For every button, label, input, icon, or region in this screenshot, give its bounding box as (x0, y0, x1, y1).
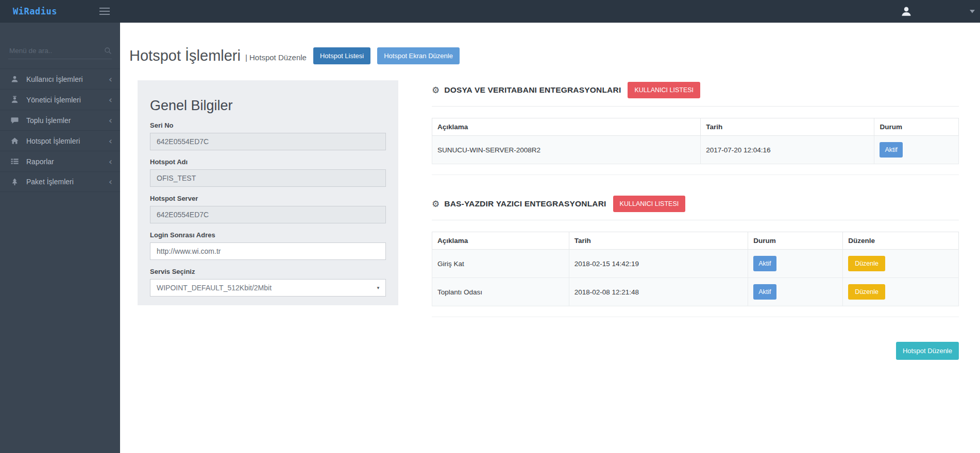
gear-icon: ⚙ (432, 85, 440, 95)
dosya-veritabani-table: Açıklama Tarih Durum SUNUCU-WIN-SERVER-2… (432, 118, 959, 164)
seri-no-label: Seri No (150, 121, 386, 129)
genel-bilgiler-panel: Genel Bilgiler Seri No Hotspot Adı Hotsp… (138, 80, 398, 305)
aktif-button[interactable]: Aktif (880, 142, 902, 158)
app-logo[interactable]: WiRadius (13, 6, 57, 16)
form-title: Genel Bilgiler (150, 98, 386, 114)
topbar-right (901, 6, 980, 17)
duzenle-button[interactable]: Düzenle (848, 256, 885, 271)
service-select[interactable]: WIPOINT_DEFAULT_512Kbit/2Mbit ▼ (150, 279, 386, 297)
cell-aciklama: Giriş Kat (432, 250, 569, 278)
brand-area: WiRadius (0, 6, 120, 16)
column-header-tarih: Tarih (569, 232, 748, 250)
hamburger-menu-icon[interactable] (99, 8, 110, 15)
chevron-down-icon[interactable] (970, 10, 975, 13)
bas-yazdir-table: Açıklama Tarih Durum Düzenle Giriş Kat 2… (432, 232, 959, 306)
section-title: DOSYA VE VERITABANI ENTEGRASYONLARI (444, 85, 621, 95)
section-title: BAS-YAZDIR YAZICI ENTEGRASYONLARI (444, 199, 606, 208)
column-header-aciklama: Açıklama (432, 232, 569, 250)
hotspot-ekran-duzenle-button[interactable]: Hotspot Ekran Düzenle (377, 47, 460, 64)
integrations-column: ⚙ DOSYA VE VERITABANI ENTEGRASYONLARI KU… (432, 82, 959, 360)
sidebar-item-label: Kullanıcı İşlemleri (26, 75, 109, 83)
list-icon (10, 158, 19, 165)
kullanici-listesi-button[interactable]: KULLANICI LISTESI (628, 82, 700, 98)
main-content: Hotspot İşlemleri | Hotspot Düzenle Hots… (120, 23, 980, 453)
cell-tarih: 2018-02-15 14:42:19 (569, 250, 748, 278)
servis-seciniz-label: Servis Seçiniz (150, 268, 386, 275)
comment-icon (10, 116, 19, 124)
sidebar-item-label: Yönetici İşlemleri (26, 96, 109, 104)
divider (432, 220, 959, 220)
login-sonrasi-adres-input[interactable] (150, 242, 386, 260)
chevron-left-icon: ‹ (109, 117, 112, 124)
service-select-value: WIPOINT_DEFAULT_512Kbit/2Mbit (157, 284, 272, 292)
chevron-left-icon: ‹ (109, 96, 112, 103)
aktif-button[interactable]: Aktif (753, 256, 776, 271)
duzenle-button[interactable]: Düzenle (848, 284, 885, 300)
column-header-aciklama: Açıklama (432, 118, 701, 136)
sidebar-item-paket-islemleri[interactable]: Paket İşlemleri ‹ (0, 171, 120, 192)
user-icon (10, 75, 19, 83)
divider (432, 175, 959, 175)
user-avatar-icon[interactable] (901, 6, 912, 17)
chevron-left-icon: ‹ (109, 76, 112, 83)
sidebar-item-hotspot-islemleri[interactable]: Hotspot İşlemleri ‹ (0, 130, 120, 151)
sidebar-item-yonetici-islemleri[interactable]: Yönetici İşlemleri ‹ (0, 89, 120, 110)
tree-icon (10, 178, 19, 186)
admin-user-icon (10, 96, 19, 103)
kullanici-listesi-button[interactable]: KULLANICI LISTESI (613, 196, 686, 212)
select-caret-icon: ▼ (376, 286, 380, 290)
cell-durum: Aktif (748, 250, 843, 278)
sidebar-item-label: Hotspot İşlemleri (26, 137, 109, 145)
login-sonrasi-adres-label: Login Sonrası Adres (150, 231, 386, 239)
hotspot-adi-input[interactable] (150, 169, 386, 187)
page-header: Hotspot İşlemleri | Hotspot Düzenle Hots… (129, 47, 980, 64)
column-header-durum: Durum (748, 232, 843, 250)
aktif-button[interactable]: Aktif (753, 284, 776, 300)
column-header-duzenle: Düzenle (843, 232, 959, 250)
column-header-durum: Durum (874, 118, 959, 136)
cell-aciklama: Toplantı Odası (432, 278, 569, 306)
sidebar-item-kullanici-islemleri[interactable]: Kullanıcı İşlemleri ‹ (0, 68, 120, 89)
cell-duzenle: Düzenle (843, 278, 959, 306)
page-title: Hotspot İşlemleri (129, 47, 241, 64)
chevron-left-icon: ‹ (109, 178, 112, 185)
hotspot-duzenle-button[interactable]: Hotspot Düzenle (896, 342, 959, 360)
chevron-left-icon: ‹ (109, 137, 112, 145)
hotspot-adi-label: Hotspot Adı (150, 158, 386, 166)
cell-durum: Aktif (748, 278, 843, 306)
seri-no-input[interactable] (150, 133, 386, 150)
table-row: Giriş Kat 2018-02-15 14:42:19 Aktif Düze… (432, 250, 959, 278)
cell-aciklama: SUNUCU-WIN-SERVER-2008R2 (432, 136, 701, 164)
divider (432, 106, 959, 107)
sidebar-search (8, 46, 112, 59)
cell-tarih: 2018-02-08 12:21:48 (569, 278, 748, 306)
divider (432, 317, 959, 317)
cell-tarih: 2017-07-20 12:04:16 (701, 136, 874, 164)
section-bas-yazdir: ⚙ BAS-YAZDIR YAZICI ENTEGRASYONLARI KULL… (432, 196, 959, 317)
cell-duzenle: Düzenle (843, 250, 959, 278)
chevron-left-icon: ‹ (109, 158, 112, 165)
home-icon (10, 137, 19, 145)
sidebar-item-label: Raporlar (26, 158, 109, 166)
topbar: WiRadius (0, 0, 980, 23)
hotspot-server-input[interactable] (150, 206, 386, 223)
search-input[interactable] (8, 46, 104, 55)
table-row: SUNUCU-WIN-SERVER-2008R2 2017-07-20 12:0… (432, 136, 959, 164)
cell-durum: Aktif (874, 136, 959, 164)
sidebar-item-toplu-islemler[interactable]: Toplu İşlemler ‹ (0, 110, 120, 130)
footer-actions: Hotspot Düzenle (432, 342, 959, 360)
sidebar-item-label: Toplu İşlemler (26, 116, 109, 125)
section-dosya-veritabani: ⚙ DOSYA VE VERITABANI ENTEGRASYONLARI KU… (432, 82, 959, 175)
sidebar: Kullanıcı İşlemleri ‹ Yönetici İşlemleri… (0, 23, 120, 453)
table-row: Toplantı Odası 2018-02-08 12:21:48 Aktif… (432, 278, 959, 306)
hotspot-server-label: Hotspot Server (150, 195, 386, 202)
sidebar-menu: Kullanıcı İşlemleri ‹ Yönetici İşlemleri… (0, 68, 120, 192)
page-subtitle: | Hotspot Düzenle (245, 53, 307, 62)
sidebar-item-label: Paket İşlemleri (26, 178, 109, 186)
hotspot-listesi-button[interactable]: Hotspot Listesi (313, 47, 370, 64)
search-icon[interactable] (104, 47, 112, 55)
gear-icon: ⚙ (432, 199, 440, 209)
column-header-tarih: Tarih (701, 118, 874, 136)
sidebar-item-raporlar[interactable]: Raporlar ‹ (0, 151, 120, 171)
